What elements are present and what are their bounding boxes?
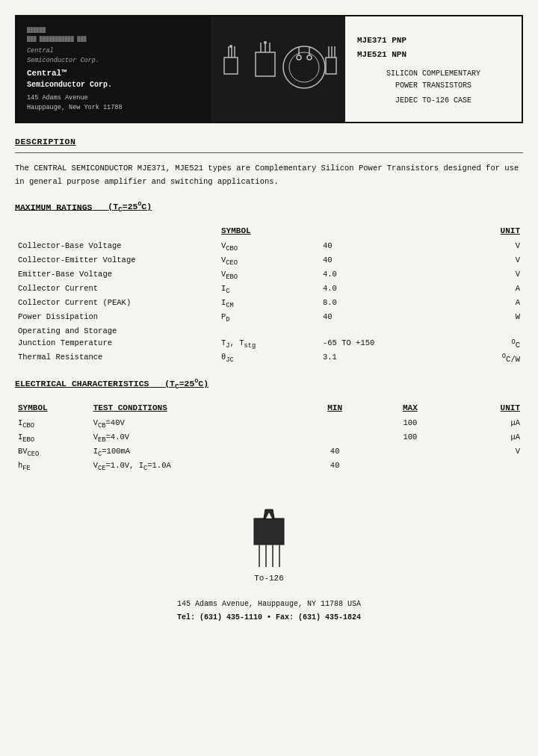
maximum-ratings-section: MAXIMUM RATINGS (TC=25OC) SYMBOL UNIT Co… bbox=[15, 201, 523, 366]
svg-point-12 bbox=[297, 55, 301, 60]
table-row: Thermal Resistance θJC 3.1 OC/W bbox=[15, 351, 523, 365]
svg-point-11 bbox=[289, 52, 319, 82]
ratings-col-symbol: SYMBOL bbox=[218, 225, 320, 240]
ratings-col-unit: UNIT bbox=[442, 225, 523, 240]
ratings-col-value bbox=[320, 225, 442, 240]
description-text: The CENTRAL SEMICONDUCTOR MJE371, MJE521… bbox=[15, 162, 523, 189]
table-row: hFE VCE=1.0V, IC=1.0A 40 bbox=[15, 459, 523, 474]
table-row: Collector-Emitter Voltage VCEO 40 V bbox=[15, 254, 523, 268]
table-row: Collector Current IC 4.0 A bbox=[15, 282, 523, 297]
table-row: Emitter-Base Voltage VEBO 4.0 V bbox=[15, 268, 523, 282]
svg-point-4 bbox=[229, 45, 232, 48]
svg-rect-20 bbox=[254, 518, 284, 545]
company-name-stylized: Central Semiconductor Corp. bbox=[27, 46, 200, 66]
divider bbox=[15, 152, 523, 153]
svg-rect-0 bbox=[224, 58, 238, 74]
table-row: ICBO VCB=40V 100 μA bbox=[15, 417, 523, 431]
description-section: DESCRIPTION The CENTRAL SEMICONDUCTOR MJ… bbox=[15, 137, 523, 189]
footer-address: 145 Adams Avenue, Hauppauge, NY 11788 US… bbox=[15, 598, 523, 611]
elec-col-max: MAX bbox=[373, 402, 448, 417]
max-ratings-title: MAXIMUM RATINGS (TC=25OC) bbox=[15, 201, 523, 214]
header-left: ▓▓▓▓▓▓ ▓▓▓ ▓▓▓▓▓▓▓▓▓▓▓ ▓▓▓ Central Semic… bbox=[16, 16, 211, 122]
elec-col-symbol: SYMBOL bbox=[15, 402, 90, 417]
ratings-col-param bbox=[15, 225, 218, 240]
elec-col-min: MIN bbox=[297, 402, 373, 417]
package-diagram-section: To-126 bbox=[15, 496, 523, 583]
page: ▓▓▓▓▓▓ ▓▓▓ ▓▓▓▓▓▓▓▓▓▓▓ ▓▓▓ Central Semic… bbox=[15, 15, 523, 625]
table-row: IEBO VEB=4.0V 100 μA bbox=[15, 431, 523, 445]
footer-tel: Tel: (631) 435-1110 • Fax: (631) 435-182… bbox=[15, 611, 523, 625]
logo-text: ▓▓▓▓▓▓ ▓▓▓ ▓▓▓▓▓▓▓▓▓▓▓ ▓▓▓ bbox=[27, 25, 200, 43]
svg-point-9 bbox=[264, 41, 267, 44]
to126-diagram-svg bbox=[243, 496, 295, 571]
header-diagram bbox=[211, 16, 345, 122]
package-diagram-svg bbox=[218, 39, 338, 99]
table-row: Operating and Storage bbox=[15, 325, 523, 337]
table-row: Junction Temperature TJ, Tstg -65 TO +15… bbox=[15, 337, 523, 351]
product-type: SILICON COMPLEMENTARY POWER TRANSISTORS bbox=[357, 68, 510, 92]
elec-col-conditions: TEST CONDITIONS bbox=[90, 402, 297, 417]
electrical-table: SYMBOL TEST CONDITIONS MIN MAX UNIT ICBO… bbox=[15, 402, 523, 474]
company-address: 145 Adams Avenue Hauppauge, New York 117… bbox=[27, 93, 200, 113]
table-row: Collector Current (PEAK) ICM 8.0 A bbox=[15, 297, 523, 311]
description-title: DESCRIPTION bbox=[15, 137, 523, 146]
company-name-bold: Central™ Semiconductor Corp. bbox=[27, 68, 200, 91]
electrical-section: ELECTRICAL CHARACTERISTICS (TC=25OC) SYM… bbox=[15, 377, 523, 474]
electrical-title: ELECTRICAL CHARACTERISTICS (TC=25OC) bbox=[15, 377, 523, 391]
footer: 145 Adams Avenue, Hauppauge, NY 11788 US… bbox=[15, 598, 523, 625]
package-type: JEDEC TO-126 CASE bbox=[357, 96, 510, 105]
ratings-table: SYMBOL UNIT Collector-Base Voltage VCBO … bbox=[15, 225, 523, 366]
table-row: Collector-Base Voltage VCBO 40 V bbox=[15, 240, 523, 254]
svg-rect-5 bbox=[256, 52, 275, 76]
header-box: ▓▓▓▓▓▓ ▓▓▓ ▓▓▓▓▓▓▓▓▓▓▓ ▓▓▓ Central Semic… bbox=[15, 15, 523, 123]
part-numbers: MJE371 PNP MJE521 NPN bbox=[357, 34, 510, 61]
table-row: BVCEO IC=100mA 40 V bbox=[15, 445, 523, 459]
svg-rect-16 bbox=[326, 58, 336, 74]
svg-point-13 bbox=[307, 55, 312, 60]
elec-col-unit: UNIT bbox=[448, 402, 523, 417]
package-label: To-126 bbox=[254, 574, 284, 583]
table-row: Power Dissipation PD 40 W bbox=[15, 311, 523, 325]
header-right: MJE371 PNP MJE521 NPN SILICON COMPLEMENT… bbox=[345, 16, 522, 122]
